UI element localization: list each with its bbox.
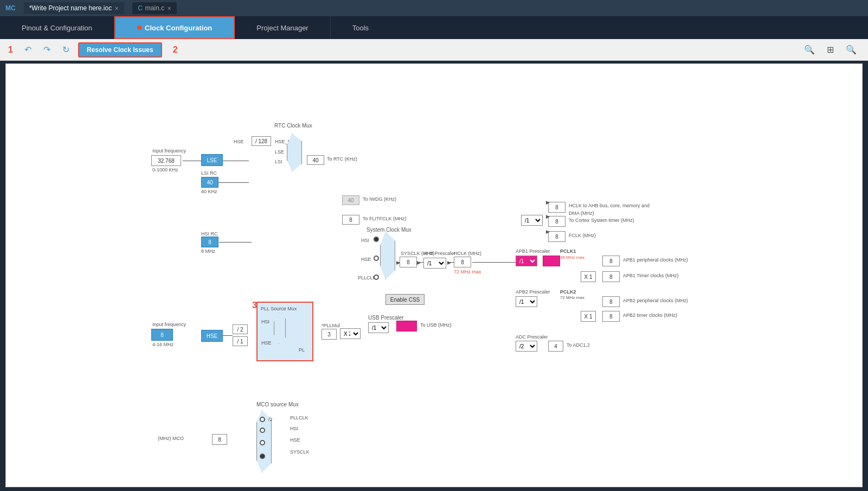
- enable-css-btn[interactable]: Enable CSS: [385, 294, 425, 305]
- pll-mux-label: PLL Source Mux: [261, 306, 311, 311]
- hclk-box[interactable]: 8: [454, 257, 471, 267]
- active-dot: [137, 25, 142, 30]
- fclk-label: FCLK (MHz): [569, 233, 596, 238]
- apb2-timer-box[interactable]: 8: [602, 311, 620, 322]
- pllmul-box[interactable]: 3: [322, 329, 337, 340]
- apb1-select[interactable]: /1/2/4: [516, 256, 537, 266]
- apb2-peri-box[interactable]: 8: [602, 296, 620, 307]
- pclk1-label: PCLK1: [560, 248, 576, 254]
- x1-apb2-box[interactable]: X 1: [581, 311, 596, 322]
- mco-sysclk-radio[interactable]: [260, 454, 265, 459]
- nav-project[interactable]: Project Manager: [235, 16, 330, 39]
- close-mainc-icon[interactable]: ✕: [167, 5, 171, 11]
- nav-tools[interactable]: Tools: [331, 16, 390, 39]
- fit-button[interactable]: ⊞: [824, 43, 837, 56]
- mco-hsi-radio[interactable]: [260, 428, 265, 433]
- input-val-2-val: 8: [160, 332, 164, 338]
- line-lse-1: [183, 161, 201, 161]
- pclk1-max: 36 MHz max: [560, 255, 584, 260]
- adc-prescaler-label: ADC Prescaler: [516, 334, 548, 340]
- pll-hsi-label: HSI: [261, 319, 312, 324]
- hse-radio[interactable]: [374, 256, 379, 261]
- hse-div-128[interactable]: / 128: [252, 136, 271, 146]
- enable-css-label: Enable CSS: [390, 297, 420, 303]
- hsi-radio[interactable]: [374, 237, 379, 242]
- div2-box[interactable]: / 2: [233, 324, 248, 334]
- mco-label: (MHz) MCO: [158, 436, 184, 441]
- apb2-prescaler-label: APB2 Prescaler: [516, 289, 550, 295]
- sysclk-box[interactable]: 8: [400, 257, 417, 267]
- adc-label: To ADC1,2: [567, 342, 590, 348]
- cortex-div-select[interactable]: /1/8: [521, 215, 543, 226]
- mco-hsi-label: HSI: [290, 426, 298, 431]
- hse-line-label: HSE: [234, 139, 244, 144]
- sysclk-val: 8: [407, 259, 410, 265]
- system-mux-shape: [380, 231, 395, 280]
- mco-sysclk-label: SYSCLK: [290, 449, 310, 455]
- hse-block[interactable]: HSE: [201, 330, 223, 342]
- pllmul-box-val: 3: [327, 331, 331, 337]
- zoom-out-button[interactable]: 🔍: [843, 43, 860, 56]
- to-rtc-box[interactable]: 40: [307, 155, 324, 165]
- apb1-prescaler-label: APB1 Prescaler: [516, 248, 550, 254]
- nav-clock[interactable]: Clock Configuration: [114, 16, 235, 39]
- undo-button[interactable]: ↶: [21, 43, 35, 56]
- tab-ioc[interactable]: *Write Project name here.ioc ✕: [24, 2, 125, 14]
- hclk-label: HCLK (MHz): [454, 251, 481, 256]
- hsi-val: 8: [208, 239, 211, 245]
- to-iwdg-label: To IWDG (KHz): [363, 196, 396, 202]
- zoom-in-button[interactable]: 🔍: [801, 43, 818, 56]
- hsi-mux-label: HSI: [361, 238, 369, 243]
- apb1-peri-box[interactable]: 8: [602, 256, 620, 266]
- to-flit-box[interactable]: 8: [342, 215, 359, 225]
- lsi-rc-label: LSI RC: [201, 170, 217, 176]
- arrow-4: ▶: [546, 200, 550, 205]
- label-2: 2: [173, 45, 178, 55]
- tab-mainc[interactable]: C main.c ✕: [132, 2, 177, 14]
- mco-pllclk-radio[interactable]: [260, 417, 265, 422]
- hse-mux-label: HSE: [361, 257, 371, 262]
- refresh-button[interactable]: ↻: [59, 43, 73, 56]
- cortex-box[interactable]: 8: [548, 216, 565, 227]
- div1-box[interactable]: / 1: [233, 336, 248, 346]
- input-freq-label-2: Input frequency: [152, 322, 186, 327]
- clock-diagram: Input frequency 32.768 0-1000 KHz LSE LS…: [6, 64, 862, 487]
- ahb-label: AHB Prescaler: [423, 251, 455, 256]
- usb-select[interactable]: /1/1.5: [368, 322, 389, 333]
- mco-div2-label: /2: [268, 417, 273, 422]
- input-val-1[interactable]: 32.768: [151, 155, 181, 166]
- mco-out-box[interactable]: 8: [212, 434, 227, 445]
- lse-line-label: LSE: [275, 149, 284, 155]
- hclk-ahb-box[interactable]: 8: [548, 202, 565, 213]
- hsi-val-box[interactable]: 8: [201, 237, 218, 247]
- arrow-6: ▶: [546, 229, 550, 234]
- input-range-2: 4-16 MHz: [152, 342, 173, 347]
- resolve-button[interactable]: Resolve Clock Issues: [78, 42, 162, 58]
- apb1-peri-label: APB1 peripheral clocks (MHz): [623, 257, 688, 263]
- mco-hse-radio[interactable]: [260, 440, 265, 445]
- lsi-val-box[interactable]: 40: [201, 177, 218, 188]
- apb1-pink-box: [543, 256, 560, 266]
- close-ioc-icon[interactable]: ✕: [114, 5, 119, 11]
- apb2-select[interactable]: /1/2: [516, 296, 537, 307]
- to-rtc-label: To RTC (KHz): [327, 156, 357, 162]
- x1-box[interactable]: X 1: [581, 271, 596, 282]
- rtc-mux-label: RTC Clock Mux: [274, 123, 312, 129]
- adc-box[interactable]: 4: [548, 341, 563, 352]
- line-lse-2: [223, 161, 249, 161]
- title-bar: MC *Write Project name here.ioc ✕ C main…: [0, 0, 868, 16]
- input-val-2[interactable]: 8: [151, 329, 173, 341]
- nav-pinout[interactable]: Pinout & Configuration: [0, 16, 114, 39]
- redo-button[interactable]: ↷: [40, 43, 54, 56]
- adc-select[interactable]: /2/4/6/8: [516, 341, 537, 352]
- apb1-timer-box[interactable]: 8: [602, 271, 620, 282]
- pllclk-radio[interactable]: [374, 275, 379, 280]
- pllmul-select[interactable]: X 2X 3X 4X 6X 9: [340, 328, 361, 339]
- x1-val: X 1: [584, 274, 592, 280]
- ahb-select[interactable]: /1/2/4: [423, 258, 446, 269]
- lse-block[interactable]: LSE: [201, 154, 223, 166]
- hsi-rc-label: HSI RC: [201, 231, 218, 237]
- fclk-box[interactable]: 8: [548, 231, 565, 242]
- arrow-5: ▶: [546, 214, 550, 219]
- apb1-timer-label: APB1 Timer clocks (MHz): [623, 273, 679, 278]
